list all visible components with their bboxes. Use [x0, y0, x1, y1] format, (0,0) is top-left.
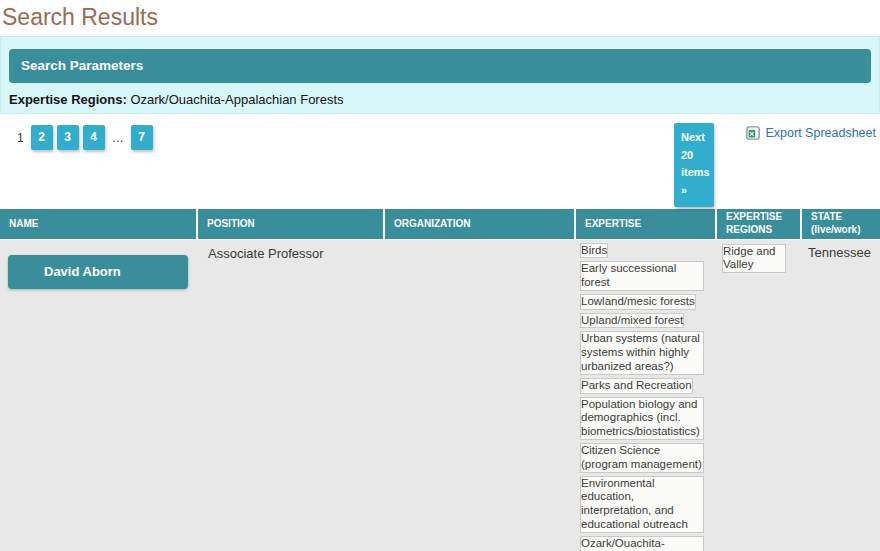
- expertise-tag: Environmental education, interpretation,…: [580, 476, 704, 533]
- criteria-value: Ozark/Ouachita-Appalachian Forests: [130, 92, 343, 107]
- table-header-row: NAME POSITION ORGANIZATION EXPERTISE EXP…: [0, 209, 880, 239]
- expertise-tag: Ozark/Ouachita-Appalachian Forests: [580, 536, 704, 551]
- pagination-page-3-button[interactable]: 3: [57, 125, 79, 150]
- expertise-tag: Early successional forest: [580, 261, 704, 291]
- criteria-label: Expertise Regions:: [9, 92, 127, 107]
- pagination: 1 2 3 4 … 7: [17, 125, 153, 150]
- expertise-tag: Citizen Science (program management): [580, 443, 704, 473]
- search-criteria: Expertise Regions: Ozark/Ouachita-Appala…: [9, 92, 871, 107]
- table-row: David Aborn Associate Professor Birds Ea…: [0, 239, 880, 551]
- results-table: NAME POSITION ORGANIZATION EXPERTISE EXP…: [0, 209, 880, 551]
- export-spreadsheet-link[interactable]: Export Spreadsheet: [746, 126, 877, 140]
- column-header-expertise: EXPERTISE: [575, 209, 716, 239]
- person-name-button[interactable]: David Aborn: [8, 255, 188, 289]
- organization-cell: [384, 239, 575, 551]
- expertise-tag: Upland/mixed forest: [580, 313, 684, 329]
- pagination-page-7-button[interactable]: 7: [131, 125, 153, 150]
- position-cell: Associate Professor: [197, 239, 384, 551]
- expertise-tag: Birds: [580, 243, 608, 259]
- expertise-region-tag: Ridge and Valley: [722, 244, 786, 274]
- page-title: Search Results: [2, 3, 880, 31]
- expertise-cell: Birds Early successional forest Lowland/…: [575, 239, 716, 551]
- column-header-name: NAME: [0, 209, 197, 239]
- expertise-regions-cell: Ridge and Valley: [716, 239, 801, 551]
- pagination-ellipsis: …: [112, 131, 124, 145]
- column-header-position: POSITION: [197, 209, 384, 239]
- column-header-expertise-regions: EXPERTISE REGIONS: [716, 209, 801, 239]
- pagination-page-4-button[interactable]: 4: [83, 125, 105, 150]
- search-parameters-panel: Search Parameters Expertise Regions: Oza…: [0, 36, 880, 114]
- next-20-items-button[interactable]: Next 20 items »: [674, 123, 714, 207]
- expertise-tag: Urban systems (natural systems within hi…: [580, 331, 704, 374]
- expertise-tag: Lowland/mesic forests: [580, 294, 696, 310]
- results-toolbar: 1 2 3 4 … 7 Next 20 items » Export Sprea…: [0, 114, 880, 209]
- column-header-state: STATE (live/work): [801, 209, 880, 239]
- name-cell: David Aborn: [0, 239, 197, 551]
- state-cell: Tennessee: [801, 239, 880, 551]
- expertise-tag: Population biology and demographics (inc…: [580, 397, 704, 440]
- export-spreadsheet-label: Export Spreadsheet: [766, 126, 877, 140]
- pagination-current-page: 1: [17, 131, 24, 145]
- column-header-organization: ORGANIZATION: [384, 209, 575, 239]
- expertise-tag: Parks and Recreation: [580, 378, 693, 394]
- search-parameters-header: Search Parameters: [9, 49, 871, 83]
- spreadsheet-icon: [746, 126, 760, 140]
- pagination-page-2-button[interactable]: 2: [31, 125, 53, 150]
